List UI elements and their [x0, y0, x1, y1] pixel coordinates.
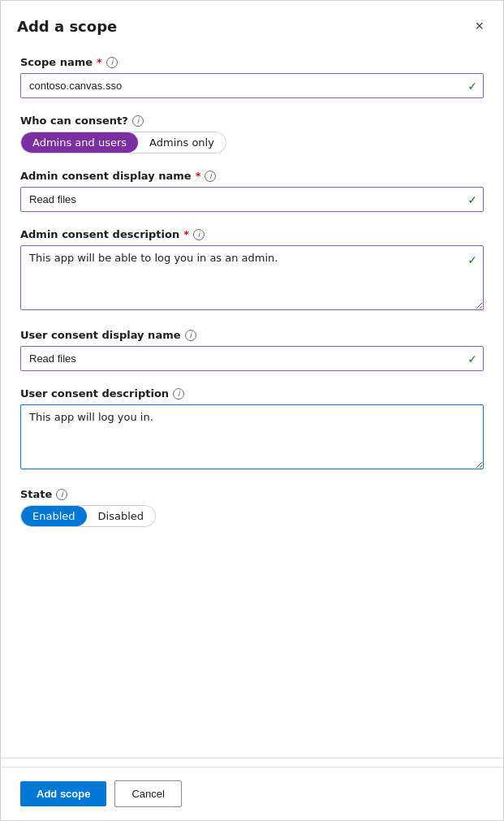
add-scope-dialog: Add a scope × Scope name * i ✓ Who can c… [0, 0, 504, 821]
user-consent-display-name-group: User consent display name i ✓ [20, 329, 484, 371]
admin-consent-description-check-icon: ✓ [467, 253, 477, 266]
who-can-consent-group: Who can consent? i Admins and users Admi… [20, 115, 484, 153]
scope-name-check-icon: ✓ [467, 80, 477, 93]
admin-consent-description-wrapper: This app will be able to log you in as a… [20, 245, 484, 313]
scope-name-label: Scope name * i [20, 56, 484, 68]
user-consent-display-name-input[interactable] [20, 346, 484, 371]
user-consent-description-group: User consent description i This app will… [20, 387, 484, 472]
admin-consent-display-name-check-icon: ✓ [467, 193, 477, 206]
user-consent-display-name-info-icon[interactable]: i [185, 330, 196, 341]
toggle-disabled[interactable]: Disabled [87, 506, 155, 526]
admin-consent-description-info-icon[interactable]: i [193, 229, 205, 240]
admin-consent-display-name-label: Admin consent display name * i [20, 170, 484, 182]
toggle-admins-only[interactable]: Admins only [138, 132, 226, 153]
who-can-consent-toggle: Admins and users Admins only [20, 132, 226, 153]
add-scope-button[interactable]: Add scope [20, 781, 106, 806]
user-consent-description-info-icon[interactable]: i [173, 388, 184, 400]
dialog-header: Add a scope × [1, 1, 503, 48]
scope-name-input-wrapper: ✓ [20, 73, 484, 98]
footer-divider [1, 758, 503, 758]
dialog-spacer [1, 659, 503, 758]
dialog-footer: Add scope Cancel [1, 767, 503, 820]
scope-name-info-icon[interactable]: i [106, 57, 118, 68]
user-consent-display-name-label: User consent display name i [20, 329, 484, 341]
toggle-enabled[interactable]: Enabled [21, 506, 87, 526]
scope-name-group: Scope name * i ✓ [20, 56, 484, 98]
admin-consent-description-group: Admin consent description * i This app w… [20, 228, 484, 313]
dialog-body: Scope name * i ✓ Who can consent? i Admi… [1, 48, 503, 659]
close-button[interactable]: × [472, 15, 487, 37]
state-info-icon[interactable]: i [56, 489, 67, 500]
admin-consent-display-name-input[interactable] [20, 187, 484, 212]
user-consent-description-textarea[interactable]: This app will log you in. [20, 404, 484, 469]
state-toggle: Enabled Disabled [20, 505, 156, 527]
scope-name-input[interactable] [20, 73, 484, 98]
user-consent-description-label: User consent description i [20, 387, 484, 400]
admin-consent-display-name-wrapper: ✓ [20, 187, 484, 212]
admin-consent-description-textarea[interactable]: This app will be able to log you in as a… [20, 245, 484, 310]
admin-consent-display-name-group: Admin consent display name * i ✓ [20, 170, 484, 212]
admin-consent-description-label: Admin consent description * i [20, 228, 484, 240]
state-group: State i Enabled Disabled [20, 488, 484, 527]
who-can-consent-label: Who can consent? i [20, 115, 484, 127]
user-consent-description-wrapper: This app will log you in. [20, 404, 484, 472]
user-consent-display-name-check-icon: ✓ [467, 352, 477, 365]
cancel-button[interactable]: Cancel [114, 780, 181, 807]
required-star-3: * [183, 228, 189, 240]
who-can-consent-info-icon[interactable]: i [132, 115, 144, 127]
state-label: State i [20, 488, 484, 500]
user-consent-display-name-wrapper: ✓ [20, 346, 484, 371]
required-star: * [97, 56, 102, 68]
toggle-admins-and-users[interactable]: Admins and users [21, 132, 138, 153]
admin-consent-display-name-info-icon[interactable]: i [205, 171, 216, 182]
dialog-title: Add a scope [17, 18, 117, 35]
required-star-2: * [196, 170, 201, 182]
